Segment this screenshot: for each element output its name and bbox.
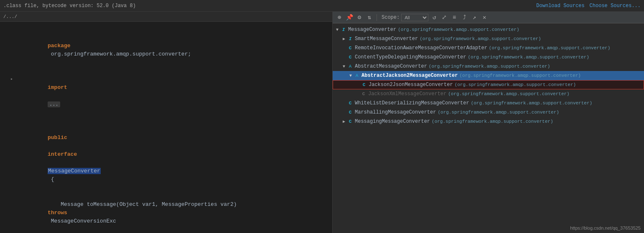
tree-node-package: (org.springframework.amqp.support.conver…	[429, 64, 550, 69]
tree-content[interactable]: ▼ I MessageConverter (org.springframewor…	[333, 23, 644, 233]
tree-arrow: ▼	[348, 73, 354, 78]
choose-sources-link[interactable]: Choose Sources...	[590, 3, 641, 9]
class-icon: C	[347, 45, 354, 51]
code-line: Message toMessage(Object var1, MessagePr…	[0, 192, 332, 233]
class-icon: C	[347, 118, 354, 125]
breadcrumb: /.../	[0, 12, 332, 22]
code-panel: /.../ package org.springframework.amqp.s…	[0, 12, 332, 233]
code-line	[0, 67, 332, 75]
main-content: /.../ package org.springframework.amqp.s…	[0, 12, 644, 233]
tree-node-package: (org.springframework.amqp.support.conver…	[432, 119, 553, 124]
collapse-button[interactable]: ≡	[450, 13, 458, 22]
tree-node-package: (org.springframework.amqp.support.conver…	[420, 36, 541, 41]
tree-node-package: (org.springframework.amqp.support.conver…	[471, 101, 592, 106]
interface-icon: I	[347, 35, 354, 42]
open-button[interactable]: ↗	[470, 13, 479, 22]
tree-arrow: ▼	[334, 28, 340, 32]
download-sources-link[interactable]: Download Sources	[536, 3, 584, 9]
tree-item-abstract-msg-converter[interactable]: ▼ A AbstractMessageConverter (org.spring…	[333, 62, 644, 71]
scope-label: Scope:	[382, 15, 400, 20]
tree-node-package: (org.springframework.amqp.support.conver…	[438, 110, 559, 115]
class-icon: C	[360, 91, 367, 97]
tree-item-marshalling[interactable]: ▶ C MarshallingMessageConverter (org.spr…	[333, 108, 644, 117]
refresh-button[interactable]: ↺	[430, 13, 438, 22]
tree-item-remote-invocation[interactable]: ▶ C RemoteInvocationAwareMessageConverte…	[333, 43, 644, 53]
tree-item-msg-converter[interactable]: ▼ I MessageConverter (org.springframewor…	[333, 25, 644, 34]
tree-node-name: AbstractMessageConverter	[355, 63, 427, 69]
code-area[interactable]: package org.springframework.amqp.support…	[0, 22, 332, 233]
tree-item-smart-msg-converter[interactable]: ▶ I SmartMessageConverter (org.springfra…	[333, 34, 644, 43]
tree-arrow: ▶	[341, 36, 347, 41]
pin-button[interactable]: 📌	[345, 13, 354, 22]
locate-button[interactable]: ⊕	[335, 13, 344, 22]
tree-node-name: AbstractJackson2MessageConverter	[361, 73, 458, 79]
tree-node-package: (org.springframework.amqp.support.conver…	[459, 73, 580, 78]
gutter-collapse-icon[interactable]: ▸	[8, 75, 15, 84]
class-icon: C	[347, 100, 354, 106]
sort-button[interactable]: ⇅	[365, 13, 374, 22]
tree-node-package: (org.springframework.amqp.support.conver…	[448, 91, 569, 96]
code-line: public interface MessageConverter {	[0, 125, 332, 192]
interface-icon: I	[340, 26, 347, 33]
settings-button[interactable]: ⚙	[355, 13, 364, 22]
tree-node-package: (org.springframework.amqp.support.conver…	[398, 27, 519, 32]
code-line	[0, 117, 332, 125]
tree-item-messaging[interactable]: ▶ C MessagingMessageConverter (org.sprin…	[333, 117, 644, 126]
tree-node-name: Jackson2JsonMessageConverter	[369, 82, 453, 88]
hierarchy-tree-panel: ⊕ 📌 ⚙ ⇅ Scope: All Project Module ↺ ⤢ ≡ …	[332, 12, 644, 233]
tree-toolbar: ⊕ 📌 ⚙ ⇅ Scope: All Project Module ↺ ⤢ ≡ …	[333, 12, 644, 23]
tree-arrow: ▼	[341, 64, 347, 69]
tree-item-jackson-xml[interactable]: ▶ C JacksonXmlMessageConverter (org.spri…	[333, 89, 644, 99]
tree-node-package: (org.springframework.amqp.support.conver…	[455, 82, 576, 87]
code-line: ▸ import ...	[0, 75, 332, 117]
abstract-class-icon: A	[354, 72, 360, 79]
code-line	[0, 25, 332, 33]
tree-item-whitelist[interactable]: ▶ C WhiteListDeserializingMessageConvert…	[333, 99, 644, 108]
watermark: https://blog.csdn.net/qq_37653525	[570, 225, 641, 230]
tree-item-content-type[interactable]: ▶ C ContentTypeDelegatingMessageConverte…	[333, 53, 644, 62]
tree-node-name: MessageConverter	[348, 27, 396, 33]
top-bar-actions: Download Sources Choose Sources...	[536, 3, 641, 9]
abstract-class-icon: A	[347, 63, 354, 70]
tree-node-name: JacksonXmlMessageConverter	[368, 91, 446, 97]
class-icon: C	[361, 81, 367, 88]
class-icon: C	[347, 109, 354, 116]
scope-select[interactable]: All Project Module	[401, 14, 428, 21]
tree-node-name: SmartMessageConverter	[355, 36, 418, 42]
navigate-button[interactable]: ⤴	[460, 13, 468, 22]
tree-node-name: WhiteListDeserializingMessageConverter	[355, 100, 469, 106]
file-title: .class file, bytecode version: 52.0 (Jav…	[3, 3, 536, 9]
close-button[interactable]: ✕	[480, 13, 489, 22]
class-icon: C	[347, 54, 354, 61]
tree-node-package: (org.springframework.amqp.support.conver…	[468, 55, 589, 60]
top-bar: .class file, bytecode version: 52.0 (Jav…	[0, 0, 644, 12]
tree-item-abstract-jackson2[interactable]: ▼ A AbstractJackson2MessageConverter (or…	[333, 71, 644, 80]
toolbar-separator	[377, 14, 377, 21]
code-line: package org.springframework.amqp.support…	[0, 33, 332, 67]
breadcrumb-path: /.../	[3, 14, 17, 19]
expand-button[interactable]: ⤢	[440, 13, 448, 22]
tree-arrow: ▶	[341, 119, 347, 124]
tree-item-jackson2json[interactable]: ▶ C Jackson2JsonMessageConverter (org.sp…	[333, 80, 644, 89]
tree-node-name: RemoteInvocationAwareMessageConverterAda…	[355, 45, 487, 51]
tree-node-name: MarshallingMessageConverter	[355, 109, 436, 115]
tree-node-package: (org.springframework.amqp.support.conver…	[489, 46, 610, 51]
tree-node-name: MessagingMessageConverter	[355, 119, 430, 124]
tree-node-name: ContentTypeDelegatingMessageConverter	[355, 54, 466, 60]
